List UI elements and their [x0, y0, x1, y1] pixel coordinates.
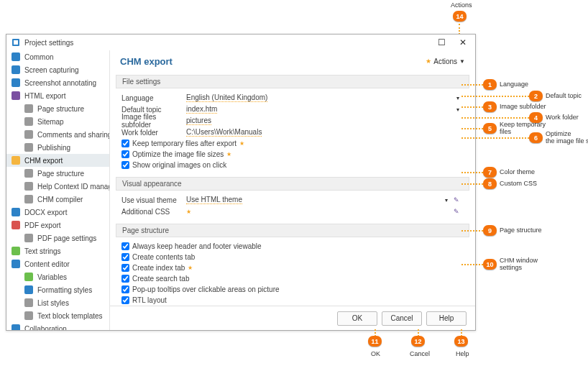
svg-rect-5 — [12, 91, 20, 100]
ok-button[interactable]: OK — [337, 311, 377, 326]
sidebar-item-label: Publishing — [37, 144, 70, 152]
leader-3 — [461, 106, 483, 108]
sidebar-item-chm-export[interactable]: CHM export — [6, 154, 109, 167]
sidebar-item-list-styles[interactable]: List styles — [6, 296, 109, 309]
sidebar-item-help-context-id-management[interactable]: Help Context ID management — [6, 180, 109, 193]
show-orig-checkbox[interactable] — [121, 161, 129, 169]
sidebar-item-pdf-page-settings[interactable]: PDF page settings — [6, 232, 109, 244]
sidebar-item-publishing[interactable]: Publishing — [6, 141, 109, 154]
svg-rect-4 — [12, 78, 20, 87]
sidebar-item-pdf-export[interactable]: PDF export — [6, 219, 109, 232]
balloon-9: 9 — [483, 225, 497, 236]
balloon-8: 8 — [483, 178, 497, 189]
balloon-3-label: Image subfolder — [500, 103, 546, 110]
sidebar-item-docx-export[interactable]: DOCX export — [6, 206, 109, 219]
balloon-3: 3 — [483, 101, 497, 112]
chevron-down-icon[interactable]: ▾ — [456, 106, 459, 113]
pencil-icon[interactable]: ✎ — [454, 208, 459, 215]
svg-rect-11 — [24, 169, 33, 178]
ps-rtl-label: RTL layout — [132, 296, 167, 304]
sidebar-item-screenshot-annotating[interactable]: Screenshot annotating — [6, 76, 109, 89]
balloon-8-label: Custom CSS — [500, 180, 537, 187]
svg-rect-2 — [12, 52, 20, 61]
sidebar-item-content-editor[interactable]: Content editor — [6, 257, 109, 270]
pencil-icon[interactable]: ✎ — [454, 196, 459, 203]
svg-rect-16 — [24, 234, 33, 242]
default-topic-label: Default topic — [121, 106, 186, 114]
sidebar-item-label: Common — [24, 53, 54, 61]
sidebar-item-label: DOCX export — [24, 209, 67, 216]
sidebar-item-sitemap[interactable]: Sitemap — [6, 115, 109, 128]
balloon-1-label: Language — [500, 81, 528, 88]
leader-5 — [461, 128, 483, 129]
content-panel: CHM export ★ Actions ▼ File settings Lan… — [110, 50, 475, 330]
chevron-down-icon[interactable]: ▾ — [445, 197, 448, 203]
leader-8 — [461, 183, 483, 185]
close-icon[interactable]: ✕ — [455, 37, 471, 47]
keep-temp-label: Keep temporary files after export — [132, 139, 236, 147]
sidebar-item-screen-capturing[interactable]: Screen capturing — [6, 63, 109, 76]
ps-search-checkbox[interactable] — [121, 275, 129, 283]
chevron-down-icon[interactable]: ▾ — [456, 95, 459, 101]
sidebar-item-page-structure[interactable]: Page structure — [6, 102, 109, 115]
default-topic-input[interactable]: index.htm — [186, 105, 217, 114]
language-select[interactable]: English (United Kingdom) — [186, 93, 267, 102]
balloon-6-label: Optimize the image file size — [546, 130, 588, 145]
chevron-down-icon: ▼ — [459, 58, 465, 65]
balloon-9-label: Page structure — [500, 227, 542, 234]
sidebar-item-html-export[interactable]: HTML export — [6, 89, 109, 102]
ps-index-checkbox[interactable] — [121, 264, 129, 272]
sidebar-item-common[interactable]: Common — [6, 50, 109, 63]
balloon-12: 12 — [411, 336, 425, 347]
svg-rect-21 — [24, 298, 33, 307]
balloon-7-label: Color theme — [500, 168, 535, 175]
work-folder-label: Work folder — [121, 129, 186, 137]
var-icon — [24, 272, 34, 282]
optimize-img-row: Optimize the image file sizes★ — [121, 149, 464, 160]
sidebar-item-variables[interactable]: Variables — [6, 270, 109, 283]
ps-header-footer-label: Always keep header and footer viewable — [132, 242, 262, 250]
ps-header-footer-checkbox[interactable] — [121, 242, 129, 250]
show-orig-row: Show original images on click — [121, 160, 464, 170]
sidebar-item-label: Screen capturing — [24, 66, 79, 74]
image-subfolder-input[interactable]: pictures — [186, 116, 211, 125]
ps-contents-checkbox[interactable] — [121, 253, 129, 261]
sidebar-item-label: Help Context ID management — [37, 183, 110, 191]
ps-tooltip-checkbox[interactable] — [121, 285, 129, 293]
sidebar-item-page-structure[interactable]: Page structure — [6, 167, 109, 180]
work-folder-input[interactable]: C:\Users\Work\Manuals — [186, 128, 262, 137]
svg-rect-18 — [12, 260, 20, 268]
ps-header-footer-row: Always keep header and footer viewable — [121, 241, 464, 252]
ps-rtl-checkbox[interactable] — [121, 296, 129, 304]
balloon-11: 11 — [368, 336, 382, 347]
help-button[interactable]: Help — [426, 311, 467, 326]
page-icon — [24, 104, 34, 114]
sidebar-item-label: CHM compiler — [37, 196, 83, 203]
actions-button[interactable]: ★ Actions ▼ — [426, 58, 465, 65]
leader-4 — [461, 117, 529, 119]
maximize-icon[interactable]: ☐ — [433, 37, 449, 47]
sidebar-item-comments-and-sharing[interactable]: Comments and sharing — [6, 128, 109, 141]
visual-theme-select[interactable]: Use HTML theme — [186, 196, 242, 204]
pdf-icon — [11, 220, 21, 230]
sidebar-item-label: Content editor — [24, 260, 70, 268]
balloon-4-label: Work folder — [546, 114, 579, 121]
section-page-structure: Page structure — [116, 224, 469, 237]
sidebar-item-text-strings[interactable]: Text strings — [6, 244, 109, 257]
comment-icon — [24, 129, 34, 139]
balloon-7: 7 — [483, 167, 497, 178]
svg-rect-10 — [12, 156, 20, 165]
sidebar-item-chm-compiler[interactable]: CHM compiler — [6, 193, 109, 206]
cancel-button[interactable]: Cancel — [382, 311, 422, 326]
keep-temp-checkbox[interactable] — [121, 139, 129, 147]
actions-button-label: Actions — [433, 58, 457, 65]
sidebar-item-formatting-styles[interactable]: Formatting styles — [6, 283, 109, 296]
settings-scroll: File settings Language English (United K… — [110, 72, 475, 306]
balloon-5: 5 — [483, 123, 497, 134]
sidebar-item-label: List styles — [37, 299, 69, 307]
sidebar-item-text-block-templates[interactable]: Text block templates — [6, 309, 109, 322]
language-row: Language English (United Kingdom) ▾ — [121, 92, 464, 104]
sidebar-item-label: PDF export — [24, 221, 61, 229]
sidebar-item-collaboration[interactable]: Collaboration — [6, 322, 109, 330]
optimize-img-checkbox[interactable] — [121, 150, 129, 158]
